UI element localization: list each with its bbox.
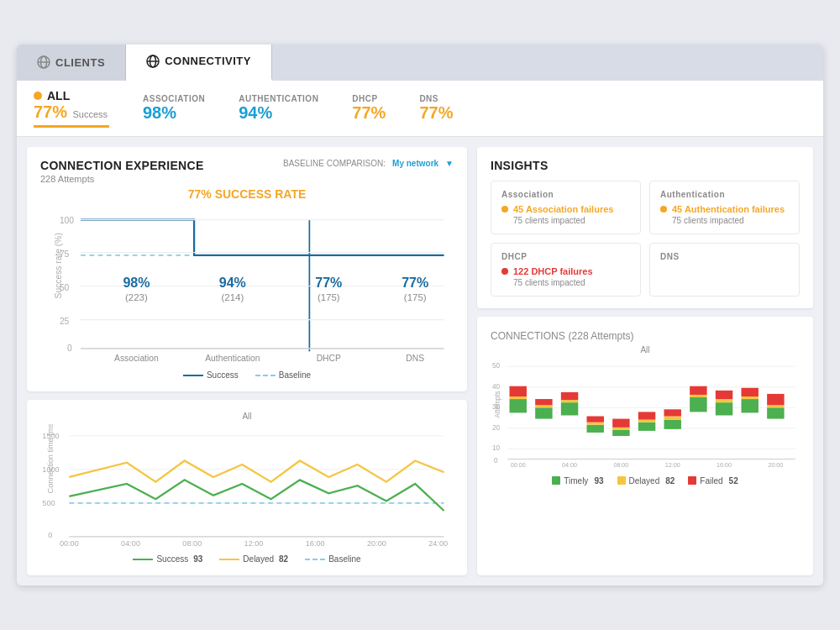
svg-rect-83	[690, 397, 706, 412]
svg-text:0: 0	[48, 531, 52, 539]
legend-time-baseline: Baseline	[305, 554, 360, 564]
insights-grid: Association 45 Association failures 75 c…	[491, 181, 800, 297]
svg-rect-84	[690, 395, 706, 397]
svg-text:DHCP: DHCP	[317, 354, 341, 363]
connections-attempts: (228 Attempts)	[569, 330, 634, 342]
timely-label: Timely	[564, 476, 588, 486]
timely-dot	[552, 476, 560, 485]
time-chart-legend: Success 93 Delayed 82 Baseline	[40, 554, 454, 564]
time-delayed-count: 82	[279, 554, 288, 564]
tab-connectivity-label: CONNECTIVITY	[165, 55, 251, 67]
legend-delayed: Delayed 82	[617, 476, 675, 486]
insight-auth-failure: 45 Authentication failures	[660, 204, 789, 214]
svg-text:00:00: 00:00	[60, 540, 79, 549]
insight-dhcp-failure: 122 DHCP failures	[501, 266, 630, 276]
all-dot	[34, 92, 42, 100]
svg-text:500: 500	[42, 500, 55, 508]
connections-main-title: CONNECTIONS	[491, 330, 565, 342]
svg-text:0: 0	[67, 344, 72, 353]
connections-card: CONNECTIONS (228 Attempts) All 50 40 30 …	[477, 317, 813, 575]
all-label: ALL	[47, 89, 70, 102]
svg-rect-79	[638, 412, 655, 419]
svg-text:94%: 94%	[219, 276, 246, 290]
svg-text:50: 50	[492, 362, 501, 370]
svg-rect-77	[638, 423, 655, 431]
network-link[interactable]: My network	[392, 159, 438, 168]
tab-bar: CLIENTS CONNECTIVITY	[17, 45, 823, 81]
svg-rect-82	[664, 409, 680, 416]
delayed-count: 82	[665, 476, 675, 486]
legend-timely: Timely 93	[552, 476, 603, 486]
time-success-label: Success	[156, 554, 188, 564]
svg-text:08:00: 08:00	[613, 462, 628, 469]
svg-text:(214): (214)	[221, 292, 244, 302]
svg-text:(175): (175)	[318, 292, 340, 302]
insights-title: INSIGHTS	[491, 159, 800, 172]
svg-text:Authentication: Authentication	[205, 354, 260, 363]
legend-baseline: Baseline	[255, 370, 311, 380]
svg-text:98%: 98%	[123, 276, 150, 290]
dns-label: DNS	[419, 94, 453, 103]
svg-rect-94	[767, 394, 784, 405]
chevron-down-icon[interactable]: ▼	[445, 159, 454, 168]
metric-dns[interactable]: DNS 77%	[419, 94, 453, 123]
all-success: Success	[72, 109, 108, 119]
svg-rect-73	[586, 416, 603, 422]
svg-rect-85	[690, 386, 706, 395]
dhcp-label: DHCP	[352, 94, 386, 103]
svg-text:04:00: 04:00	[121, 540, 140, 549]
legend-baseline-label: Baseline	[279, 370, 311, 380]
insights-card: INSIGHTS Association 45 Association fail…	[477, 147, 813, 308]
failed-dot	[688, 476, 696, 485]
svg-rect-91	[741, 388, 758, 396]
metric-association[interactable]: ASSOCIATION 98%	[143, 94, 205, 123]
svg-rect-65	[535, 407, 552, 418]
insight-association: Association 45 Association failures 75 c…	[491, 181, 641, 234]
svg-text:24:00: 24:00	[428, 540, 448, 549]
connection-experience-card: CONNECTION EXPERIENCE 228 Attempts BASEL…	[27, 147, 467, 392]
conn-exp-attempts: 228 Attempts	[40, 174, 204, 184]
svg-rect-88	[716, 391, 732, 399]
svg-rect-69	[561, 400, 578, 402]
svg-text:08:00: 08:00	[182, 540, 202, 549]
insight-association-title: Association	[501, 190, 630, 199]
svg-rect-64	[510, 386, 527, 396]
connections-bar-svg: 50 40 30 20 10 0 Attempts	[491, 358, 800, 470]
svg-text:Connection time (ms): Connection time (ms)	[46, 424, 55, 493]
svg-rect-87	[716, 399, 732, 402]
failed-label: Failed	[700, 476, 722, 486]
auth-failure-text: 45 Authentication failures	[672, 204, 785, 214]
metric-authentication[interactable]: AUTHENTICATION 94%	[239, 94, 318, 123]
delayed-dot	[617, 476, 626, 485]
dns-value: 77%	[419, 103, 453, 123]
tab-clients-label: CLIENTS	[55, 56, 105, 69]
insight-dns-title: DNS	[660, 252, 789, 261]
metric-all[interactable]: ALL 77% Success	[34, 89, 109, 128]
svg-text:(175): (175)	[404, 292, 427, 302]
svg-text:10: 10	[492, 444, 501, 452]
svg-text:04:00: 04:00	[562, 462, 577, 469]
tab-connectivity[interactable]: CONNECTIVITY	[126, 45, 272, 81]
svg-rect-62	[510, 399, 527, 412]
insight-dhcp: DHCP 122 DHCP failures 75 clients impact…	[491, 243, 641, 297]
svg-rect-92	[767, 407, 784, 418]
success-line-icon	[183, 375, 203, 376]
connections-chart-title: All	[491, 345, 800, 354]
svg-rect-89	[741, 399, 758, 412]
globe-icon-connectivity	[146, 55, 160, 68]
insight-dns: DNS	[649, 243, 800, 297]
auth-clients: 75 clients impacted	[672, 216, 789, 225]
tab-clients[interactable]: CLIENTS	[17, 45, 126, 81]
insight-dhcp-title: DHCP	[501, 252, 630, 261]
time-success-count: 93	[193, 554, 202, 564]
all-value: 77%	[34, 102, 67, 121]
metric-dhcp[interactable]: DHCP 77%	[352, 94, 386, 123]
time-chart-svg: 1500 1000 500 0 Connection time (ms)	[40, 424, 454, 549]
dhcp-clients: 75 clients impacted	[513, 278, 630, 287]
svg-rect-70	[561, 392, 578, 400]
association-label: ASSOCIATION	[143, 94, 205, 103]
legend-success: Success	[183, 370, 239, 380]
svg-rect-74	[612, 430, 629, 436]
failed-count: 52	[729, 476, 738, 486]
dhcp-dot	[501, 268, 508, 275]
